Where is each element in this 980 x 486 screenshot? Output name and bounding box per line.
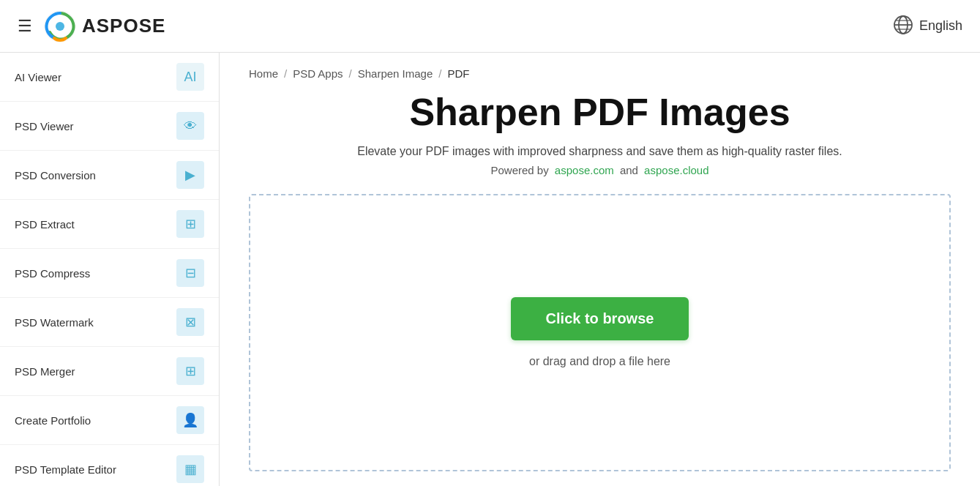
content-area: Home / PSD Apps / Sharpen Image / PDF Sh…: [220, 53, 980, 486]
browse-button[interactable]: Click to browse: [511, 297, 689, 340]
upload-zone[interactable]: Click to browse or drag and drop a file …: [249, 194, 951, 471]
icon-symbol-psd-compress: ⊟: [185, 265, 196, 281]
language-selector[interactable]: English: [893, 15, 962, 38]
icon-symbol-create-portfolio: 👤: [182, 412, 198, 428]
icon-symbol-psd-template-editor: ▦: [184, 461, 197, 477]
sidebar-item-psd-viewer[interactable]: PSD Viewer👁: [0, 102, 219, 151]
sidebar-icon-psd-template-editor: ▦: [176, 455, 204, 483]
sidebar-item-ai-viewer[interactable]: AI ViewerAI: [0, 53, 219, 102]
icon-symbol-psd-watermark: ⊠: [185, 314, 196, 330]
sidebar-icon-psd-watermark: ⊠: [176, 308, 204, 336]
sidebar-label-create-portfolio: Create Portfolio: [15, 414, 91, 427]
globe-icon: [893, 15, 913, 38]
logo-container: ASPOSE: [44, 10, 165, 42]
sidebar-label-psd-extract: PSD Extract: [15, 218, 75, 231]
breadcrumb-sep-1: /: [284, 67, 287, 80]
breadcrumb-sep-3: /: [438, 67, 441, 80]
language-label: English: [919, 18, 962, 34]
sidebar-item-psd-template-editor[interactable]: PSD Template Editor▦: [0, 445, 219, 486]
sidebar-label-psd-compress: PSD Compress: [15, 267, 90, 280]
sidebar-icon-psd-compress: ⊟: [176, 259, 204, 287]
aspose-logo-icon: [44, 10, 76, 42]
sidebar-label-psd-conversion: PSD Conversion: [15, 169, 96, 182]
sidebar-icon-ai-viewer: AI: [176, 63, 204, 91]
powered-by: Powered by aspose.com and aspose.cloud: [249, 164, 951, 176]
sidebar-label-psd-template-editor: PSD Template Editor: [15, 463, 116, 476]
sidebar-icon-psd-extract: ⊞: [176, 210, 204, 238]
breadcrumb-sep-2: /: [349, 67, 352, 80]
icon-symbol-psd-conversion: ▶: [185, 167, 195, 183]
sidebar-label-psd-watermark: PSD Watermark: [15, 316, 94, 329]
aspose-com-link[interactable]: aspose.com: [555, 164, 614, 176]
sidebar: AI ViewerAIPSD Viewer👁PSD Conversion▶PSD…: [0, 53, 220, 486]
page-subtitle: Elevate your PDF images with improved sh…: [249, 145, 951, 158]
breadcrumb-psd-apps[interactable]: PSD Apps: [293, 67, 343, 80]
icon-symbol-psd-extract: ⊞: [185, 216, 196, 232]
sidebar-item-create-portfolio[interactable]: Create Portfolio👤: [0, 396, 219, 445]
icon-symbol-ai-viewer: AI: [184, 70, 196, 85]
sidebar-icon-psd-merger: ⊞: [176, 357, 204, 385]
sidebar-item-psd-conversion[interactable]: PSD Conversion▶: [0, 151, 219, 200]
breadcrumb-sharpen-image[interactable]: Sharpen Image: [358, 67, 433, 80]
header-left: ☰ ASPOSE: [18, 10, 165, 42]
sidebar-label-psd-merger: PSD Merger: [15, 365, 75, 378]
icon-symbol-psd-merger: ⊞: [185, 363, 196, 379]
sidebar-label-ai-viewer: AI Viewer: [15, 71, 61, 83]
hamburger-menu-icon[interactable]: ☰: [18, 17, 32, 36]
svg-point-1: [56, 22, 64, 31]
breadcrumb: Home / PSD Apps / Sharpen Image / PDF: [249, 53, 951, 91]
breadcrumb-home[interactable]: Home: [249, 67, 278, 80]
main-layout: AI ViewerAIPSD Viewer👁PSD Conversion▶PSD…: [0, 53, 980, 486]
sidebar-item-psd-compress[interactable]: PSD Compress⊟: [0, 249, 219, 298]
page-title: Sharpen PDF Images: [249, 91, 951, 133]
breadcrumb-pdf: PDF: [447, 67, 469, 80]
aspose-cloud-link[interactable]: aspose.cloud: [644, 164, 708, 176]
sidebar-item-psd-extract[interactable]: PSD Extract⊞: [0, 200, 219, 249]
sidebar-item-psd-merger[interactable]: PSD Merger⊞: [0, 347, 219, 396]
sidebar-icon-create-portfolio: 👤: [176, 406, 204, 434]
logo-text: ASPOSE: [82, 15, 165, 37]
sidebar-item-psd-watermark[interactable]: PSD Watermark⊠: [0, 298, 219, 347]
icon-symbol-psd-viewer: 👁: [184, 119, 197, 134]
drag-drop-text: or drag and drop a file here: [529, 355, 670, 368]
header: ☰ ASPOSE English: [0, 0, 980, 53]
sidebar-icon-psd-viewer: 👁: [176, 112, 204, 140]
sidebar-label-psd-viewer: PSD Viewer: [15, 120, 74, 132]
powered-by-prefix: Powered by: [490, 164, 548, 176]
sidebar-icon-psd-conversion: ▶: [176, 161, 204, 189]
powered-by-and: and: [620, 164, 638, 176]
